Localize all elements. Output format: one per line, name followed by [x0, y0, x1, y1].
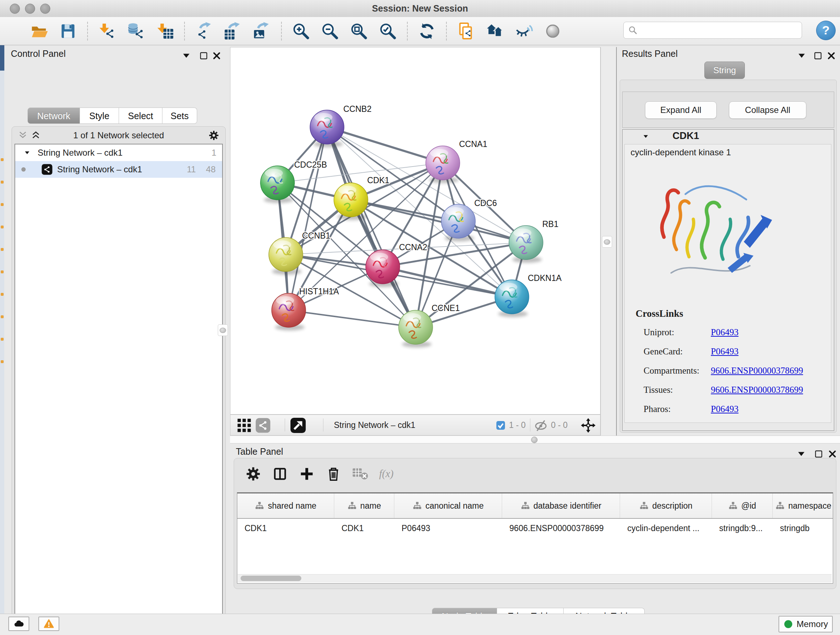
- panel-splitter-handle[interactable]: [218, 325, 228, 336]
- table-cell[interactable]: stringdb:9...: [712, 524, 773, 533]
- grid-view-icon[interactable]: [236, 417, 252, 433]
- horizontal-splitter[interactable]: [230, 435, 840, 443]
- save-session-icon[interactable]: [59, 22, 77, 40]
- show-network-overview-icon[interactable]: [486, 22, 504, 40]
- panel-float-icon[interactable]: [814, 449, 823, 459]
- titlebar[interactable]: Session: New Session: [0, 0, 840, 17]
- network-graph[interactable]: CCNB2CCNA1CDC25BCDK1CDC6RB1CCNB1CCNA2CDK…: [231, 48, 600, 414]
- export-image-icon[interactable]: [253, 22, 271, 40]
- crosslink-row: Tissues:9606.ENSP00000378699: [625, 380, 831, 399]
- panel-close-icon[interactable]: [828, 449, 837, 459]
- column-header-shared-name[interactable]: shared name: [237, 494, 334, 518]
- panel-float-icon[interactable]: [199, 51, 208, 60]
- delete-columns-icon[interactable]: [325, 466, 342, 482]
- zoom-fit-icon[interactable]: [350, 22, 368, 40]
- section-expander-icon[interactable]: [641, 133, 650, 140]
- panel-float-icon[interactable]: [813, 51, 823, 60]
- table-cell[interactable]: CDK1: [237, 524, 334, 533]
- hidden-eye-slash-icon[interactable]: [534, 419, 547, 432]
- export-network-icon[interactable]: [195, 22, 213, 40]
- horizontal-splitter-handle[interactable]: [531, 437, 538, 443]
- results-panel-title: Results Panel: [622, 49, 677, 59]
- memory-button[interactable]: Memory: [778, 616, 833, 632]
- column-header-database-identifier[interactable]: database identifier: [502, 494, 620, 518]
- scrollbar-thumb[interactable]: [240, 576, 302, 581]
- network-node-CDKN1A[interactable]: [495, 280, 529, 317]
- apply-preferred-layout-icon[interactable]: [418, 22, 436, 40]
- column-header-canonical-name[interactable]: canonical name: [394, 494, 502, 518]
- import-network-database-icon[interactable]: [127, 22, 145, 40]
- crosslink-link[interactable]: P06493: [711, 404, 738, 414]
- level-of-detail-icon[interactable]: [544, 22, 562, 40]
- tab-sets[interactable]: Sets: [163, 108, 197, 124]
- zoom-in-icon[interactable]: [292, 22, 310, 40]
- node-table[interactable]: shared namenamecanonical namedatabase id…: [237, 492, 833, 584]
- birds-eye-view-icon[interactable]: [290, 417, 306, 434]
- search-icon: [628, 25, 638, 35]
- move-icon[interactable]: [580, 417, 597, 434]
- panel-close-icon[interactable]: [212, 51, 221, 60]
- collapse-all-button[interactable]: Collapse All: [729, 101, 806, 119]
- crosslink-link[interactable]: P06493: [711, 347, 738, 356]
- network-node-CDC25B[interactable]: [261, 166, 294, 203]
- crosslink-link[interactable]: 9606.ENSP00000378699: [711, 366, 803, 376]
- panel-menu-icon[interactable]: [182, 51, 191, 60]
- vertical-splitter[interactable]: [600, 47, 617, 435]
- import-network-file-icon[interactable]: [98, 22, 116, 40]
- column-header-namespace[interactable]: namespace: [773, 494, 833, 518]
- export-table-icon[interactable]: [224, 22, 242, 40]
- table-cell[interactable]: P06493: [394, 524, 502, 533]
- column-header-description[interactable]: description: [620, 494, 712, 518]
- crosslink-link[interactable]: P06493: [711, 327, 738, 337]
- warning-button[interactable]: [38, 616, 59, 631]
- import-table-file-icon[interactable]: [156, 22, 174, 40]
- zoom-out-icon[interactable]: [321, 22, 339, 40]
- node-count: 11: [187, 165, 196, 174]
- zoom-selected-icon[interactable]: [379, 22, 397, 40]
- table-cell[interactable]: 9606.ENSP00000378699: [502, 524, 620, 533]
- expander-icon[interactable]: [23, 149, 31, 156]
- tab-style[interactable]: Style: [80, 108, 119, 124]
- search-input[interactable]: [642, 23, 799, 38]
- new-network-from-selection-icon[interactable]: [457, 22, 475, 40]
- crosslink-link[interactable]: 9606.ENSP00000378699: [711, 385, 803, 395]
- vertical-splitter-handle[interactable]: [602, 236, 612, 248]
- network-node-RB1[interactable]: [509, 226, 543, 263]
- tab-select[interactable]: Select: [119, 108, 163, 124]
- network-node-CDC6[interactable]: [441, 204, 475, 241]
- network-node-CCNA1[interactable]: [426, 146, 460, 183]
- help-button[interactable]: ?: [816, 21, 836, 40]
- network-node-HIST1H1A[interactable]: [272, 293, 306, 331]
- search-box[interactable]: [623, 22, 802, 39]
- table-cell[interactable]: cyclin-dependent ...: [620, 524, 712, 533]
- table-settings-icon[interactable]: [245, 466, 262, 482]
- table-cell[interactable]: stringdb: [773, 524, 833, 533]
- table-row[interactable]: CDK1CDK1P064939606.ENSP00000378699cyclin…: [237, 519, 833, 538]
- network-row-selected[interactable]: String Network – cdk1 11 48: [15, 161, 222, 178]
- tab-string[interactable]: String: [704, 62, 745, 79]
- network-view-canvas[interactable]: CCNB2CCNA1CDC25BCDK1CDC6RB1CCNB1CCNA2CDK…: [230, 47, 600, 415]
- expand-all-button[interactable]: Expand All: [645, 101, 717, 119]
- column-header-name[interactable]: name: [334, 494, 394, 518]
- table-horizontal-scrollbar[interactable]: [238, 574, 832, 583]
- cloud-button[interactable]: [8, 616, 29, 631]
- network-node-CCNE1[interactable]: [399, 310, 433, 348]
- panel-menu-icon[interactable]: [797, 449, 806, 459]
- panel-close-icon[interactable]: [827, 51, 836, 60]
- panel-menu-icon[interactable]: [797, 51, 806, 60]
- tab-network[interactable]: Network: [27, 108, 80, 124]
- split-columns-icon[interactable]: [272, 466, 288, 482]
- network-collection-row[interactable]: String Network – cdk1 1: [15, 144, 222, 161]
- desktop-edge: [0, 45, 4, 614]
- open-file-icon[interactable]: [30, 22, 48, 40]
- add-column-icon[interactable]: [298, 466, 315, 482]
- toolbar-separator: [184, 22, 185, 41]
- column-header-@id[interactable]: @id: [712, 494, 773, 518]
- gear-icon[interactable]: [208, 130, 219, 141]
- gene-section-header[interactable]: CDK1: [622, 130, 834, 144]
- window-title: Session: New Session: [0, 0, 840, 17]
- network-view-icon[interactable]: [255, 417, 271, 433]
- table-cell[interactable]: CDK1: [334, 524, 394, 533]
- hide-graphics-details-icon[interactable]: [515, 22, 533, 40]
- selected-checkbox-icon[interactable]: [496, 421, 505, 430]
